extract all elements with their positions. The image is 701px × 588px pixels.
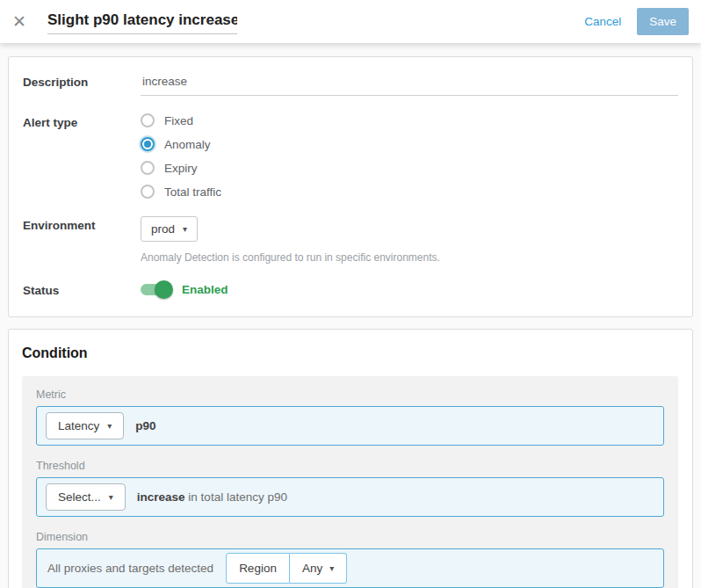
alert-type-label: Alert type	[23, 113, 141, 199]
radio-label: Fixed	[164, 114, 193, 127]
radio-option-expiry[interactable]: Expiry	[141, 161, 678, 175]
alert-settings-panel: Description Alert type Fixed Anomaly Exp…	[8, 56, 693, 317]
radio-label: Total traffic	[164, 185, 221, 199]
description-input[interactable]	[141, 73, 678, 96]
status-label: Status	[23, 281, 141, 297]
alert-type-row: Alert type Fixed Anomaly Expiry Total tr…	[23, 113, 678, 199]
radio-label: Expiry	[164, 162, 198, 175]
cancel-button[interactable]: Cancel	[584, 15, 621, 28]
threshold-dropdown-value: Select...	[58, 490, 101, 504]
radio-label: Anomaly	[164, 138, 211, 151]
environment-dropdown-value: prod	[151, 222, 175, 236]
dimension-field-label: Dimension	[36, 531, 664, 543]
close-icon[interactable]: ✕	[11, 11, 35, 32]
status-row: Status Enabled	[23, 281, 678, 297]
toggle-knob	[155, 280, 173, 299]
metric-field-label: Metric	[36, 388, 664, 401]
main-content: Description Alert type Fixed Anomaly Exp…	[0, 43, 701, 588]
threshold-field-label: Threshold	[36, 460, 664, 472]
condition-heading: Condition	[22, 345, 678, 361]
metric-dropdown-value: Latency	[58, 419, 99, 432]
dimension-any-dropdown[interactable]: Any ▾	[290, 553, 347, 584]
status-value: Enabled	[182, 283, 228, 296]
threshold-description: increase in total latency p90	[137, 490, 287, 504]
status-toggle[interactable]	[141, 284, 170, 295]
condition-box: Metric Latency ▾ p90 Threshold Select...…	[22, 376, 678, 588]
radio-icon-selected	[141, 137, 155, 151]
threshold-dropdown[interactable]: Select... ▾	[46, 483, 126, 511]
environment-label: Environment	[23, 216, 141, 264]
radio-option-fixed[interactable]: Fixed	[141, 113, 678, 127]
radio-icon	[141, 113, 155, 127]
condition-panel: Condition Metric Latency ▾ p90 Threshold…	[8, 329, 693, 588]
alert-title-input[interactable]	[47, 10, 237, 34]
environment-helper-text: Anomaly Detection is configured to run i…	[141, 251, 678, 264]
dimension-row: All proxies and targets detected Region …	[36, 548, 664, 588]
dimension-region-button[interactable]: Region	[226, 553, 290, 584]
chevron-down-icon: ▾	[183, 225, 187, 234]
dimension-text: All proxies and targets detected	[47, 562, 213, 575]
alert-type-radio-group: Fixed Anomaly Expiry Total traffic	[141, 113, 678, 199]
radio-icon	[141, 185, 155, 199]
threshold-value-rest: in total latency p90	[185, 490, 287, 504]
dimension-any-value: Any	[302, 562, 322, 575]
metric-row: Latency ▾ p90	[36, 406, 664, 446]
environment-dropdown[interactable]: prod ▾	[141, 216, 198, 242]
chevron-down-icon: ▾	[329, 564, 334, 573]
environment-row: Environment prod ▾ Anomaly Detection is …	[23, 216, 678, 264]
radio-option-total-traffic[interactable]: Total traffic	[141, 185, 678, 199]
header-bar: ✕ Cancel Save	[0, 0, 701, 43]
radio-icon	[141, 161, 155, 175]
metric-value: p90	[135, 419, 155, 432]
description-label: Description	[23, 73, 141, 96]
metric-dropdown[interactable]: Latency ▾	[46, 412, 124, 439]
dimension-segment-group: Region Any ▾	[226, 553, 347, 584]
chevron-down-icon: ▾	[109, 493, 113, 502]
save-button[interactable]: Save	[637, 8, 689, 35]
threshold-value-bold: increase	[137, 490, 185, 504]
chevron-down-icon: ▾	[107, 422, 112, 431]
description-row: Description	[23, 73, 678, 96]
radio-option-anomaly[interactable]: Anomaly	[141, 137, 678, 151]
threshold-row: Select... ▾ increase in total latency p9…	[36, 477, 664, 517]
